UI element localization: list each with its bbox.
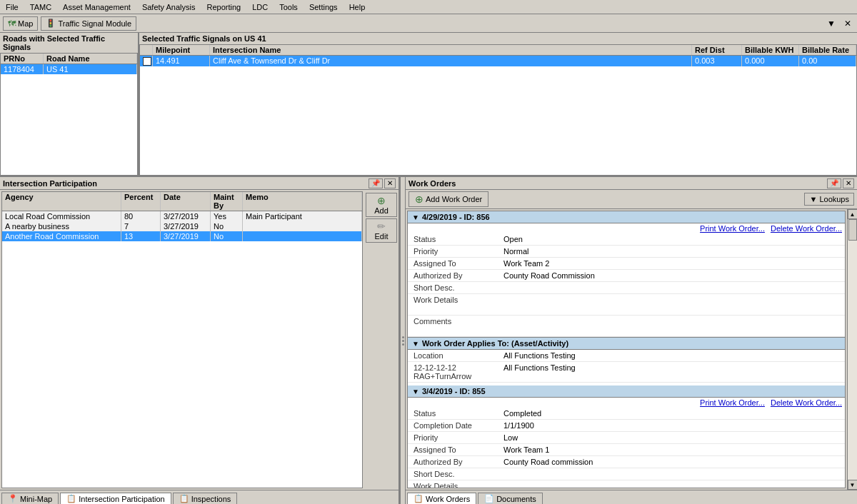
signal-icon: 🚦: [46, 19, 56, 28]
add-work-order-button[interactable]: ⊕ Add Work Order: [409, 191, 488, 207]
wo-855-header[interactable]: ▼ 3/4/2019 - ID: 855: [408, 385, 845, 398]
wo-close-button[interactable]: ✕: [843, 178, 854, 188]
menu-reporting[interactable]: Reporting: [204, 2, 244, 12]
map-icon: 🗺: [8, 19, 16, 28]
panel-splitter[interactable]: [400, 177, 406, 504]
menu-help[interactable]: Help: [346, 2, 369, 12]
edit-agency-button[interactable]: ✏ Edit: [366, 218, 397, 243]
int-cell-percent-1: 7: [121, 221, 161, 231]
scroll-down-button[interactable]: ▼: [848, 480, 858, 490]
int-cell-memo-1: [243, 221, 362, 231]
wo-855-status-label: Status: [408, 408, 501, 420]
scroll-up-button[interactable]: ▲: [848, 209, 858, 219]
wo-body: ▼ 4/29/2019 - ID: 856 Print Work Order..…: [406, 209, 857, 490]
main-container: Roads with Selected Traffic Signals PRNo…: [0, 33, 857, 504]
traffic-cell-check-0[interactable]: [140, 56, 153, 66]
add-agency-button[interactable]: ⊕ Add: [366, 193, 397, 217]
wo-856-authorized-label: Authorized By: [408, 270, 501, 282]
traffic-row-0[interactable]: 14.491 Cliff Ave & Townsend Dr & Cliff D…: [140, 56, 856, 66]
wo-856-priority-value: Normal: [501, 246, 845, 258]
wo-856-action-links: Print Work Order... Delete Work Order...: [408, 223, 845, 233]
int-row-0[interactable]: Local Road Commission 80 3/27/2019 Yes M…: [2, 211, 362, 221]
tab-documents[interactable]: 📄 Documents: [478, 493, 543, 504]
traffic-checkbox-0[interactable]: [143, 57, 151, 66]
toolbar: 🗺 Map 🚦 Traffic Signal Module ▼ ✕: [0, 14, 857, 33]
int-col-maint: Maint By: [211, 192, 243, 211]
wo-855-priority-value: Low: [501, 432, 845, 444]
int-cell-memo-2: [243, 231, 362, 241]
int-cell-maint-0: Yes: [211, 211, 243, 221]
lookups-button[interactable]: ▼ Lookups: [804, 193, 854, 206]
traffic-cell-mp-0: 14.491: [153, 56, 210, 66]
add-work-order-icon: ⊕: [415, 193, 424, 205]
wo-856-subgroup-collapse-icon: ▼: [412, 340, 419, 348]
add-agency-icon: ⊕: [377, 195, 386, 206]
menu-tamc[interactable]: TAMC: [27, 2, 54, 12]
work-orders-scrollbar[interactable]: ▲ ▼: [847, 209, 857, 490]
roads-table-header: PRNo Road Name: [1, 54, 137, 64]
wo-856-subgroup-header[interactable]: ▼ Work Order Applies To: (Asset/Activity…: [408, 337, 845, 350]
menubar: File TAMC Asset Management Safety Analys…: [0, 0, 857, 14]
print-work-order-856[interactable]: Print Work Order...: [700, 224, 765, 233]
wo-855-authorized-label: Authorized By: [408, 456, 501, 468]
int-cell-percent-0: 80: [121, 211, 161, 221]
menu-file[interactable]: File: [3, 2, 21, 12]
scroll-track[interactable]: [848, 219, 857, 480]
intersection-pin-button[interactable]: 📌: [369, 178, 383, 188]
intersection-close-button[interactable]: ✕: [384, 178, 396, 188]
menu-asset-management[interactable]: Asset Management: [60, 2, 134, 12]
wo-856-status-label: Status: [408, 233, 501, 246]
intersection-participation-icon: 📋: [66, 494, 76, 503]
roads-col-prno: PRNo: [1, 54, 44, 64]
int-cell-agency-1: A nearby business: [2, 221, 121, 231]
tab-inspections[interactable]: 📋 Inspections: [173, 493, 238, 504]
wo-856-assigned-label: Assigned To: [408, 258, 501, 270]
top-section: Roads with Selected Traffic Signals PRNo…: [0, 33, 857, 177]
int-row-1[interactable]: A nearby business 7 3/27/2019 No: [2, 221, 362, 231]
intersection-content: Agency Percent Date Maint By Memo Local …: [0, 190, 399, 490]
wo-855-authorized-value: County Road commission: [501, 456, 845, 468]
intersection-sidebar: ⊕ Add ✏ Edit: [364, 190, 399, 490]
tab-work-orders[interactable]: 📋 Work Orders: [407, 493, 476, 504]
tab-intersection-participation[interactable]: 📋 Intersection Participation: [60, 493, 171, 504]
wo-856-subgroup-fields: Location All Functions Testing 12-12-12-…: [408, 350, 845, 383]
splitter-dots: [402, 336, 404, 346]
int-row-2[interactable]: Another Road Commission 13 3/27/2019 No: [2, 231, 362, 241]
traffic-col-name: Intersection Name: [210, 45, 692, 55]
intersection-titlebar: Intersection Participation 📌 ✕: [0, 177, 399, 190]
traffic-signal-module-button[interactable]: 🚦 Traffic Signal Module: [41, 16, 136, 31]
intersection-title: Intersection Participation: [3, 179, 97, 188]
wo-856-header[interactable]: ▼ 4/29/2019 - ID: 856: [408, 211, 845, 223]
traffic-col-rate: Billable Rate: [799, 45, 856, 55]
delete-work-order-856[interactable]: Delete Work Order...: [771, 224, 842, 233]
wo-855-completion-label: Completion Date: [408, 420, 501, 432]
close-button[interactable]: ✕: [841, 19, 854, 29]
traffic-cell-kwh-0: 0.000: [742, 56, 799, 66]
traffic-col-check: [140, 45, 153, 55]
menu-settings[interactable]: Settings: [306, 2, 341, 12]
int-cell-date-2: 3/27/2019: [161, 231, 211, 241]
menu-safety-analysis[interactable]: Safety Analysis: [139, 2, 199, 12]
work-orders-tab-icon: 📋: [414, 494, 424, 503]
scroll-thumb[interactable]: [848, 219, 857, 241]
delete-work-order-855[interactable]: Delete Work Order...: [771, 398, 842, 407]
roads-row-0[interactable]: 1178404 US 41: [1, 64, 137, 74]
map-button[interactable]: 🗺 Map: [3, 16, 38, 31]
menu-ldc[interactable]: LDC: [249, 2, 271, 12]
intersection-panel-controls: 📌 ✕: [369, 178, 396, 188]
traffic-col-refdist: Ref Dist: [692, 45, 742, 55]
int-cell-maint-1: No: [211, 221, 243, 231]
traffic-table: Milepoint Intersection Name Ref Dist Bil…: [139, 44, 857, 176]
traffic-cell-rate-0: 0.00: [799, 56, 856, 66]
tab-mini-map[interactable]: 📍 Mini-Map: [1, 493, 59, 504]
wo-856-priority-label: Priority: [408, 246, 501, 258]
restore-button[interactable]: ▼: [824, 19, 838, 29]
splitter-dot-3: [402, 343, 404, 346]
edit-agency-icon: ✏: [377, 221, 386, 232]
roads-cell-prno-0: 1178404: [1, 64, 44, 74]
wo-pin-button[interactable]: 📌: [827, 178, 841, 188]
print-work-order-855[interactable]: Print Work Order...: [700, 398, 765, 407]
wo-855-body: Print Work Order... Delete Work Order...…: [408, 398, 845, 488]
menu-tools[interactable]: Tools: [276, 2, 301, 12]
int-cell-percent-2: 13: [121, 231, 161, 241]
